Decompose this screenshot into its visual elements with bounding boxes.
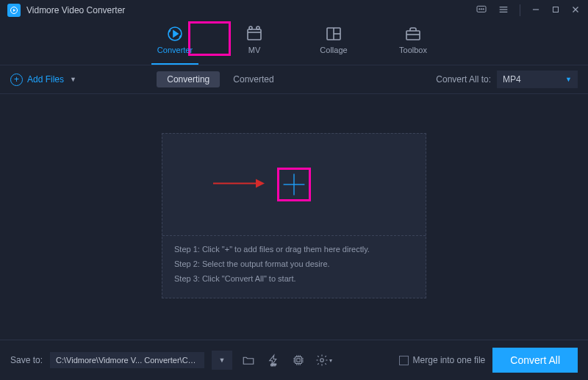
svg-point-3 [481, 8, 481, 9]
step-3-text: Step 3: Click "Convert All" to start. [174, 274, 414, 283]
chevron-down-icon: ▼ [70, 76, 76, 83]
svg-point-2 [479, 8, 480, 9]
tab-label: Toolbox [399, 46, 427, 54]
hw-accel-icon[interactable]: OFF [265, 351, 282, 369]
save-path-field[interactable]: C:\Vidmore\Vidmore V... Converter\Conver… [50, 352, 204, 368]
svg-text:OFF: OFF [270, 364, 276, 367]
toolbox-icon [404, 25, 422, 43]
tab-label: Converter [157, 46, 193, 54]
svg-rect-13 [248, 29, 261, 40]
mv-icon [245, 25, 263, 43]
merge-label: Merge into one file [413, 355, 486, 365]
dropzone[interactable]: Step 1: Click "+" to add files or drag t… [162, 133, 426, 298]
open-folder-icon[interactable] [240, 351, 257, 369]
footer: Save to: C:\Vidmore\Vidmore V... Convert… [0, 340, 588, 380]
add-files-label: Add Files [27, 74, 64, 85]
svg-point-4 [483, 8, 484, 9]
mode-toggle: Converting Converted [157, 71, 284, 87]
convert-all-to-label: Convert All to: [436, 74, 491, 85]
settings-gear-icon[interactable]: ▾ [315, 351, 332, 369]
svg-point-40 [320, 359, 323, 362]
converter-icon [166, 25, 184, 43]
plus-circle-icon: + [10, 74, 23, 86]
app-title: Vidmore Video Converter [26, 5, 125, 15]
tab-mv[interactable]: MV [232, 25, 276, 60]
svg-point-15 [257, 26, 259, 29]
tab-toolbox[interactable]: Toolbox [391, 25, 435, 60]
dropzone-top [162, 134, 426, 236]
convert-all-button[interactable]: Convert All [492, 348, 578, 373]
add-file-plus-button[interactable] [277, 168, 311, 201]
convert-all-to-value: MP4 [503, 74, 521, 85]
red-arrow-annotation [213, 177, 265, 191]
add-files-button[interactable]: + Add Files ▼ [10, 74, 76, 86]
main-tabbar: Converter MV Collage Toolbox [0, 21, 588, 60]
mode-converted[interactable]: Converted [223, 71, 284, 87]
app-logo-icon [7, 4, 21, 17]
tab-label: Collage [320, 46, 347, 54]
content-area: Step 1: Click "+" to add files or drag t… [0, 94, 588, 337]
step-1-text: Step 1: Click "+" to add files or drag t… [174, 245, 414, 254]
maximize-icon[interactable] [551, 4, 560, 16]
collage-icon [325, 25, 343, 43]
save-path-dropdown[interactable]: ▼ [212, 351, 232, 370]
svg-rect-27 [297, 359, 301, 362]
toolbar: + Add Files ▼ Converting Converted Conve… [0, 65, 588, 94]
tab-label: MV [248, 46, 261, 54]
svg-rect-26 [295, 357, 302, 364]
mode-converting[interactable]: Converting [157, 71, 220, 87]
gpu-icon[interactable] [290, 351, 307, 369]
tab-collage[interactable]: Collage [312, 25, 356, 60]
merge-checkbox[interactable]: Merge into one file [399, 355, 486, 365]
window-controls [476, 4, 581, 18]
save-to-label: Save to: [10, 355, 43, 365]
chevron-down-icon: ▼ [565, 76, 572, 83]
titlebar: Vidmore Video Converter [0, 0, 588, 21]
checkbox-icon [399, 356, 409, 365]
minimize-icon[interactable] [531, 4, 541, 17]
close-icon[interactable] [570, 4, 581, 17]
convert-all-to-select[interactable]: MP4 ▼ [497, 71, 578, 88]
convert-all-to: Convert All to: MP4 ▼ [436, 71, 578, 88]
step-2-text: Step 2: Select the output format you des… [174, 259, 414, 268]
footer-icons: OFF ▾ [240, 351, 332, 369]
svg-rect-19 [406, 31, 420, 40]
svg-marker-22 [256, 179, 265, 187]
dropzone-steps: Step 1: Click "+" to add files or drag t… [162, 236, 426, 298]
svg-point-14 [249, 26, 252, 29]
menu-icon[interactable] [498, 4, 509, 18]
tab-converter[interactable]: Converter [153, 25, 197, 60]
chat-icon[interactable] [476, 4, 487, 18]
svg-rect-9 [553, 7, 559, 12]
